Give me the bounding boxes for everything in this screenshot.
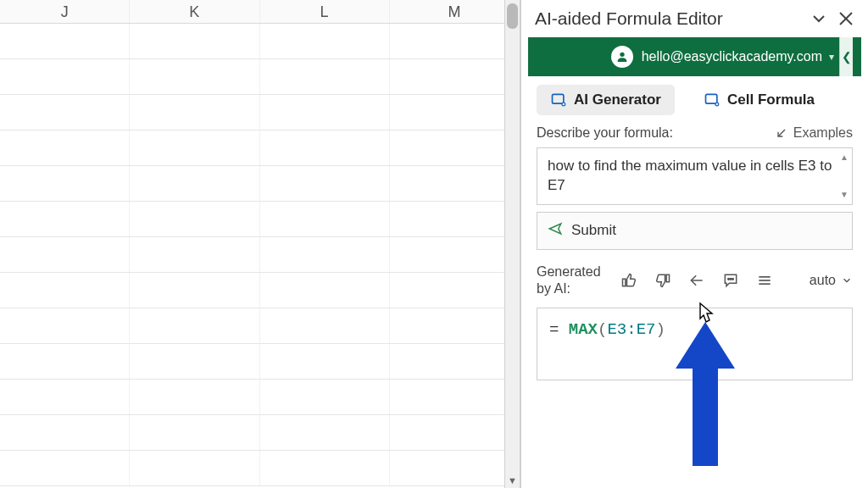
cell-formula-icon [704,92,721,108]
spreadsheet-area[interactable]: J K L M ▲ ▼ [0,0,520,488]
auto-dropdown[interactable]: auto [810,273,853,288]
tab-cell-formula[interactable]: Cell Formula [690,85,828,115]
formula-args: E3:E7 [607,320,655,339]
textarea-scroll-up-icon[interactable]: ▲ [840,152,849,164]
tab-ai-generator[interactable]: AI Generator [537,85,675,115]
svg-point-16 [732,278,733,280]
thumbs-down-button[interactable] [652,269,674,291]
svg-point-15 [730,278,732,280]
describe-label: Describe your formula: [537,125,775,141]
svg-line-11 [778,130,785,136]
grid-rows[interactable] [0,24,520,486]
account-email: hello@easyclickacademy.com [642,49,822,64]
svg-marker-12 [549,224,561,234]
collapse-panel-button[interactable] [809,8,829,29]
account-dropdown-icon[interactable]: ▾ [829,51,834,63]
formula-fn: MAX [569,320,598,339]
auto-label: auto [810,273,836,288]
col-header-m[interactable]: M [390,0,520,23]
send-icon [548,221,563,241]
account-bar: hello@easyclickacademy.com ▾ ❮ [528,37,861,76]
scroll-thumb[interactable] [507,3,518,29]
vertical-scrollbar[interactable]: ▲ ▼ [504,0,520,488]
submit-label: Submit [571,222,616,239]
textarea-scroll-down-icon[interactable]: ▼ [840,189,849,201]
svg-rect-3 [553,94,564,103]
formula-close-paren: ) [655,320,665,339]
avatar-icon [611,46,633,68]
svg-rect-7 [705,94,716,103]
svg-point-14 [727,278,729,280]
submit-button[interactable]: Submit [537,212,853,250]
insert-button[interactable] [686,269,708,291]
describe-input-text: how to find the maximum value in cells E… [548,158,832,193]
thumbs-up-button[interactable] [618,269,640,291]
formula-eq: = [549,320,569,339]
col-header-j[interactable]: J [0,0,130,23]
col-header-k[interactable]: K [130,0,259,23]
formula-editor-panel: AI-aided Formula Editor hello@easyclicka… [520,0,868,488]
svg-point-2 [620,53,624,57]
col-header-l[interactable]: L [260,0,390,23]
close-panel-button[interactable] [836,8,856,29]
generated-formula-box[interactable]: = MAX(E3:E7) [537,308,853,380]
format-button[interactable] [754,269,776,291]
examples-arrow-icon [775,126,788,140]
examples-link[interactable]: Examples [775,125,853,141]
chevron-down-icon [841,274,853,286]
generated-by-ai-label: Generated by AI: [537,263,601,297]
comment-button[interactable] [720,269,742,291]
ai-generator-icon [550,92,567,108]
panel-title: AI-aided Formula Editor [535,8,809,29]
column-headers: J K L M [0,0,520,24]
examples-label: Examples [793,125,853,141]
collapse-account-button[interactable]: ❮ [839,37,853,76]
tab-cell-formula-label: Cell Formula [727,92,815,108]
describe-input[interactable]: how to find the maximum value in cells E… [537,147,853,205]
formula-open-paren: ( [598,320,607,339]
scroll-down-icon[interactable]: ▼ [505,473,520,488]
tab-ai-generator-label: AI Generator [574,92,661,108]
